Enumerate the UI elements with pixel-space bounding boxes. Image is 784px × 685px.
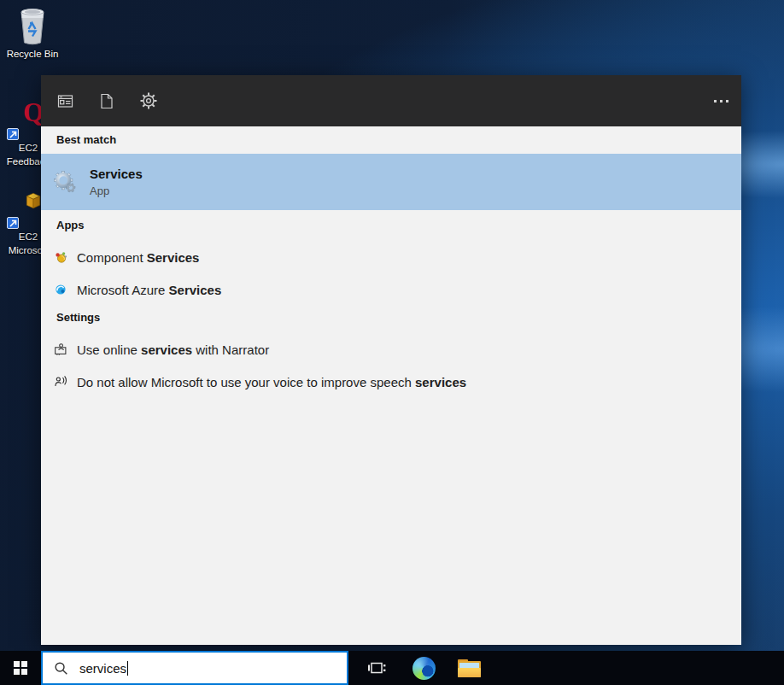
recycle-bin-label: Recycle Bin bbox=[5, 48, 60, 61]
shortcut-arrow-icon bbox=[7, 128, 19, 140]
desktop-icon-recycle-bin[interactable]: Recycle Bin bbox=[5, 5, 60, 61]
search-flyout-panel: Best match bbox=[41, 75, 741, 645]
task-view-icon bbox=[367, 659, 386, 677]
taskbar: services bbox=[0, 651, 784, 685]
shortcut-arrow-icon bbox=[7, 217, 19, 229]
result-text: Component Services bbox=[77, 250, 199, 265]
result-component-services[interactable]: Component Services bbox=[41, 241, 741, 273]
result-speech-services-voice[interactable]: Do not allow Microsoft to use your voice… bbox=[41, 366, 741, 398]
windows-logo-icon bbox=[14, 661, 27, 675]
section-header-apps: Apps bbox=[56, 219, 85, 231]
azure-services-icon bbox=[54, 283, 67, 296]
result-microsoft-azure-services[interactable]: Microsoft Azure Services bbox=[41, 273, 741, 306]
result-text: Microsoft Azure Services bbox=[77, 283, 221, 297]
services-gear-icon bbox=[54, 171, 76, 193]
search-filter-bar bbox=[41, 75, 741, 126]
desktop: Recycle Bin Q EC2 Feedback EC2 bbox=[0, 0, 784, 685]
apps-filter-icon[interactable] bbox=[56, 92, 73, 109]
component-services-icon bbox=[54, 250, 67, 264]
search-query-text: services bbox=[79, 661, 126, 676]
voice-speech-icon bbox=[54, 375, 67, 389]
cube-box-icon bbox=[24, 191, 43, 210]
start-button[interactable] bbox=[0, 651, 41, 685]
settings-filter-icon[interactable] bbox=[140, 92, 157, 109]
documents-filter-icon[interactable] bbox=[98, 92, 115, 109]
search-icon bbox=[54, 661, 68, 676]
section-header-best-match: Best match bbox=[56, 133, 116, 146]
more-options-icon[interactable] bbox=[714, 75, 728, 126]
narrator-screen-person-icon bbox=[54, 342, 67, 356]
result-best-match-services[interactable]: Services App bbox=[41, 154, 741, 210]
edge-icon bbox=[412, 657, 436, 680]
result-title: Services bbox=[90, 167, 143, 181]
recycle-bin-icon bbox=[12, 5, 53, 46]
result-subtitle: App bbox=[90, 184, 143, 197]
edge-browser-button[interactable] bbox=[403, 651, 444, 685]
file-explorer-icon bbox=[458, 659, 481, 677]
result-text: Use online services with Narrator bbox=[77, 342, 269, 357]
search-results: Best match bbox=[41, 126, 741, 645]
task-view-button[interactable] bbox=[356, 651, 397, 685]
taskbar-search-box[interactable]: services bbox=[41, 651, 348, 685]
result-text: Do not allow Microsoft to use your voice… bbox=[77, 375, 466, 389]
text-caret bbox=[127, 661, 128, 676]
section-header-settings: Settings bbox=[56, 311, 100, 324]
file-explorer-button[interactable] bbox=[448, 651, 489, 685]
result-use-online-services-narrator[interactable]: Use online services with Narrator bbox=[41, 333, 741, 366]
